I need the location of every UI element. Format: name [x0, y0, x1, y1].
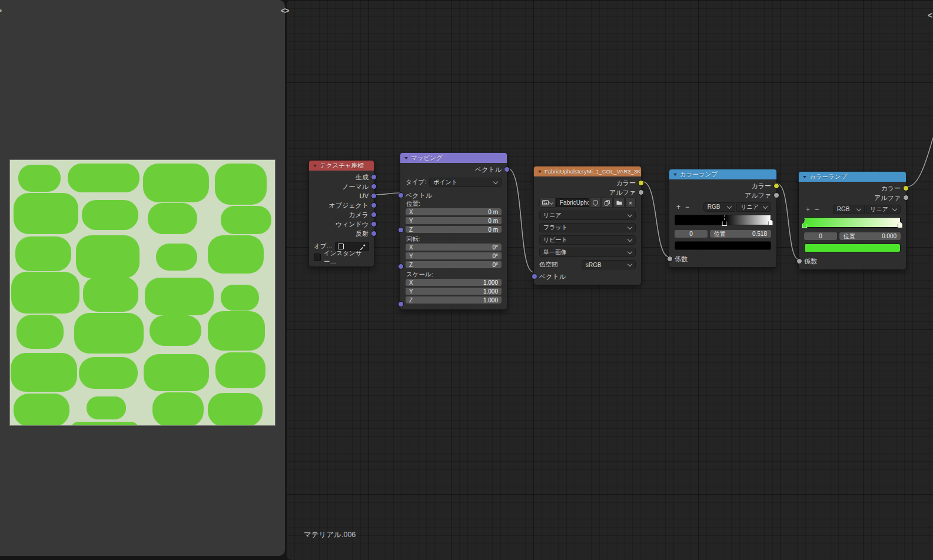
mapping-type-dropdown[interactable]: ポイント — [429, 178, 502, 187]
colorspace-label: 色空間 — [539, 261, 578, 269]
texture-preview-image — [9, 159, 275, 426]
texture-blob — [208, 393, 263, 425]
texture-blob — [150, 315, 201, 346]
location-y-field[interactable]: Y0 m — [406, 217, 502, 224]
output-normal: ノーマル — [309, 182, 374, 191]
socket-normal[interactable] — [371, 184, 377, 189]
stop-index-field[interactable]: 0 — [804, 232, 837, 240]
socket-alpha-out[interactable] — [903, 195, 909, 201]
node-color-ramp-2[interactable]: カラーランプ カラー アルファ + − RGB リニア 0 位置0.000 係数 — [798, 171, 907, 270]
area-split-handle-icon[interactable]: <> — [281, 6, 288, 15]
input-vector: ベクトル — [400, 191, 507, 200]
projection-dropdown[interactable]: フラット — [539, 223, 636, 232]
image-browse-button[interactable] — [539, 198, 556, 208]
socket-scale-in[interactable] — [398, 301, 404, 307]
colorramp-gradient-bar[interactable] — [804, 217, 901, 228]
socket-color-out[interactable] — [638, 180, 644, 186]
socket-camera[interactable] — [371, 212, 377, 218]
socket-location-in[interactable] — [398, 227, 404, 233]
socket-rotation-in[interactable] — [398, 264, 404, 269]
image-name-field[interactable]: FabricUpholstery... — [556, 198, 589, 207]
collapse-icon[interactable] — [803, 176, 806, 178]
node-texture-coordinate[interactable]: テクスチャ座標 生成 ノーマル UV オブジェクト カメラ ウィンドウ 反射 オ… — [308, 160, 374, 267]
socket-reflection[interactable] — [371, 231, 377, 236]
texture-blob — [148, 203, 197, 234]
texture-blob — [71, 422, 139, 425]
remove-stop-button[interactable]: − — [683, 202, 691, 211]
unlink-image-button[interactable]: × — [625, 198, 636, 208]
rotation-y-field[interactable]: Y0° — [406, 252, 502, 259]
stop-color-swatch[interactable] — [675, 241, 771, 250]
node-header-color-ramp[interactable]: カラーランプ — [798, 171, 907, 182]
interpolation-dropdown[interactable]: リニア — [539, 211, 636, 220]
colorramp-gradient-bar[interactable] — [675, 215, 771, 225]
socket-alpha-out[interactable] — [773, 192, 779, 198]
texture-blob — [14, 193, 78, 234]
color-mode-dropdown[interactable]: RGB — [703, 202, 735, 212]
socket-uv[interactable] — [371, 193, 377, 199]
socket-object[interactable] — [371, 202, 377, 208]
node-image-texture[interactable]: FabricUpholsteryMi..1_COL_VAR3_3K.jpg カラ… — [533, 166, 642, 285]
source-dropdown[interactable]: 単一画像 — [539, 248, 636, 257]
interpolation-dropdown[interactable]: リニア — [866, 205, 901, 214]
area-corner-left-icon[interactable]: > — [0, 6, 1, 15]
scale-y-field[interactable]: Y1.000 — [406, 288, 502, 295]
from-instancer-checkbox[interactable] — [314, 254, 321, 261]
output-alpha: アルファ — [534, 188, 641, 197]
open-image-button[interactable] — [613, 198, 625, 208]
fake-user-button[interactable] — [590, 198, 601, 208]
socket-color-out[interactable] — [773, 183, 779, 189]
location-z-field[interactable]: Z0 m — [406, 226, 502, 233]
stop-position-field[interactable]: 位置0.518 — [710, 230, 771, 238]
colorspace-dropdown[interactable]: sRGB — [582, 260, 636, 269]
collapse-icon[interactable] — [313, 165, 317, 167]
texture-blob — [18, 165, 61, 192]
collapse-icon[interactable] — [538, 171, 542, 173]
socket-generated[interactable] — [371, 174, 377, 180]
from-instancer-row: インスタンサー… — [314, 253, 369, 262]
chevron-down-icon — [549, 200, 553, 204]
new-image-button[interactable] — [602, 198, 613, 208]
socket-factor-in[interactable] — [667, 256, 673, 262]
socket-window[interactable] — [371, 221, 377, 227]
stop-position-field[interactable]: 位置0.000 — [839, 232, 901, 240]
node-title: カラーランプ — [680, 171, 718, 179]
socket-vector-out[interactable] — [504, 166, 510, 172]
ramp-options-button[interactable] — [692, 202, 700, 211]
extension-dropdown[interactable]: リピート — [539, 235, 636, 245]
rotation-z-field[interactable]: Z0° — [406, 261, 502, 268]
stop-index-field[interactable]: 0 — [675, 230, 708, 238]
node-header-image-texture[interactable]: FabricUpholsteryMi..1_COL_VAR3_3K.jpg — [533, 166, 642, 176]
collapse-icon[interactable] — [404, 157, 408, 159]
socket-vector-in[interactable] — [532, 274, 537, 279]
add-stop-button[interactable]: + — [675, 202, 682, 211]
close-icon: × — [629, 199, 632, 206]
output-color: カラー — [669, 181, 776, 191]
stop-color-swatch[interactable] — [804, 244, 901, 252]
socket-color-out[interactable] — [903, 185, 909, 191]
node-mapping[interactable]: マッピング ベクトル タイプ: ポイント ベクトル 位置: X0 m Y0 m … — [400, 152, 507, 310]
add-stop-button[interactable]: + — [804, 205, 812, 214]
scale-x-field[interactable]: X1.000 — [406, 279, 502, 286]
texture-blob — [221, 285, 259, 311]
ramp-options-button[interactable] — [822, 205, 829, 214]
socket-factor-in[interactable] — [796, 258, 802, 264]
rotation-x-field[interactable]: X0° — [406, 244, 502, 251]
socket-vector-in[interactable] — [398, 192, 404, 198]
collapse-icon[interactable] — [673, 174, 677, 176]
location-x-field[interactable]: X0 m — [406, 208, 502, 215]
scale-z-field[interactable]: Z1.000 — [406, 296, 502, 304]
node-color-ramp-1[interactable]: カラーランプ カラー アルファ + − RGB リニア 0 位置0.518 係数 — [669, 169, 777, 268]
node-header-color-ramp[interactable]: カラーランプ — [669, 169, 777, 179]
texture-blob — [76, 235, 140, 278]
area-corner-right-icon[interactable]: < — [928, 11, 931, 20]
texture-blob — [11, 272, 79, 314]
color-mode-dropdown[interactable]: RGB — [833, 205, 865, 214]
node-header-texture-coordinate[interactable]: テクスチャ座標 — [308, 160, 374, 171]
socket-alpha-out[interactable] — [638, 189, 644, 195]
interpolation-dropdown[interactable]: リニア — [736, 202, 771, 212]
output-object: オブジェクト — [309, 201, 374, 210]
node-header-mapping[interactable]: マッピング — [400, 152, 507, 163]
output-window: ウィンドウ — [309, 219, 374, 229]
remove-stop-button[interactable]: − — [813, 205, 821, 214]
